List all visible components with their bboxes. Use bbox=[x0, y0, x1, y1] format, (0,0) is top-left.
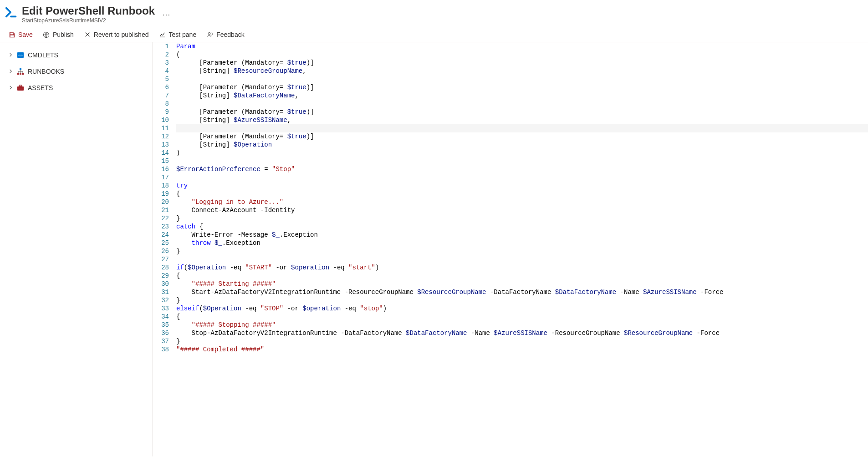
line-number: 17 bbox=[153, 173, 169, 182]
code-editor[interactable]: 1234567891011121314151617181920212223242… bbox=[153, 42, 868, 456]
line-number: 28 bbox=[153, 263, 169, 272]
code-line[interactable] bbox=[176, 173, 868, 182]
code-line[interactable]: Stop-AzDataFactoryV2IntegrationRuntime -… bbox=[176, 329, 868, 337]
code-line[interactable]: throw $_.Exception bbox=[176, 239, 868, 247]
code-line[interactable]: { bbox=[176, 190, 868, 198]
code-line[interactable]: Write-Error -Message $_.Exception bbox=[176, 231, 868, 239]
line-number: 7 bbox=[153, 91, 169, 100]
revert-button[interactable]: Revert to published bbox=[84, 31, 149, 38]
page-header: Edit PowerShell Runbook StartStopAzureSs… bbox=[0, 0, 868, 27]
line-number: 38 bbox=[153, 345, 169, 354]
save-icon bbox=[8, 31, 15, 38]
feedback-button[interactable]: Feedback bbox=[206, 31, 244, 38]
line-number: 37 bbox=[153, 337, 169, 345]
code-line[interactable]: [String] $DataFactoryName, bbox=[176, 91, 868, 100]
code-line[interactable]: "##### Stopping #####" bbox=[176, 321, 868, 329]
line-number: 36 bbox=[153, 329, 169, 337]
line-number: 22 bbox=[153, 214, 169, 223]
publish-label: Publish bbox=[53, 31, 74, 38]
code-line[interactable] bbox=[176, 255, 868, 263]
code-line[interactable]: elseif($Operation -eq "STOP" -or $operat… bbox=[176, 304, 868, 313]
line-number: 33 bbox=[153, 304, 169, 313]
command-bar: Save Publish Revert to published Test pa… bbox=[0, 27, 868, 42]
test-pane-label: Test pane bbox=[168, 31, 196, 38]
code-line[interactable]: "##### Starting #####" bbox=[176, 280, 868, 288]
code-line[interactable] bbox=[176, 157, 868, 165]
code-line[interactable]: Param bbox=[176, 42, 868, 51]
line-number: 18 bbox=[153, 182, 169, 190]
chevron-right-icon bbox=[8, 52, 13, 59]
powershell-icon bbox=[5, 5, 18, 19]
line-gutter: 1234567891011121314151617181920212223242… bbox=[153, 42, 176, 456]
test-pane-button[interactable]: Test pane bbox=[158, 31, 196, 38]
line-number: 6 bbox=[153, 83, 169, 91]
svg-rect-11 bbox=[17, 88, 24, 88]
code-line[interactable]: ( bbox=[176, 51, 868, 59]
code-line[interactable]: if($Operation -eq "START" -or $operation… bbox=[176, 263, 868, 272]
body: </> CMDLETS RUNBOOKS ASSETS 123456789101… bbox=[0, 42, 868, 456]
code-line[interactable] bbox=[176, 124, 868, 132]
globe-icon bbox=[43, 31, 50, 38]
svg-rect-8 bbox=[22, 73, 24, 75]
line-number: 8 bbox=[153, 100, 169, 108]
revert-label: Revert to published bbox=[94, 31, 149, 38]
code-line[interactable]: [Parameter (Mandatory= $true)] bbox=[176, 132, 868, 141]
line-number: 10 bbox=[153, 116, 169, 124]
code-line[interactable]: $ErrorActionPreference = "Stop" bbox=[176, 165, 868, 173]
svg-rect-5 bbox=[20, 68, 21, 70]
chart-icon bbox=[158, 31, 166, 38]
sidebar-item-cmdlets[interactable]: </> CMDLETS bbox=[0, 47, 152, 63]
code-line[interactable]: { bbox=[176, 272, 868, 280]
code-line[interactable]: { bbox=[176, 313, 868, 321]
code-line[interactable]: [Parameter (Mandatory= $true)] bbox=[176, 59, 868, 67]
close-icon bbox=[84, 31, 91, 38]
sidebar-item-assets[interactable]: ASSETS bbox=[0, 80, 152, 96]
cmdlets-icon: </> bbox=[17, 51, 24, 59]
code-line[interactable]: } bbox=[176, 214, 868, 223]
feedback-icon bbox=[206, 31, 214, 38]
line-number: 14 bbox=[153, 149, 169, 157]
line-number: 21 bbox=[153, 206, 169, 214]
code-line[interactable] bbox=[176, 100, 868, 108]
code-content[interactable]: Param( [Parameter (Mandatory= $true)] [S… bbox=[176, 42, 868, 456]
line-number: 12 bbox=[153, 132, 169, 141]
line-number: 1 bbox=[153, 42, 169, 51]
code-line[interactable] bbox=[176, 75, 868, 83]
sidebar-item-runbooks[interactable]: RUNBOOKS bbox=[0, 63, 152, 80]
chevron-right-icon bbox=[8, 85, 13, 91]
line-number: 25 bbox=[153, 239, 169, 247]
more-menu-button[interactable]: … bbox=[162, 8, 169, 18]
code-line[interactable]: "##### Completed #####" bbox=[176, 345, 868, 354]
code-line[interactable]: "Logging in to Azure..." bbox=[176, 198, 868, 206]
code-line[interactable]: [String] $ResourceGroupName, bbox=[176, 67, 868, 75]
code-line[interactable]: ) bbox=[176, 149, 868, 157]
line-number: 31 bbox=[153, 288, 169, 296]
line-number: 15 bbox=[153, 157, 169, 165]
code-line[interactable]: Start-AzDataFactoryV2IntegrationRuntime … bbox=[176, 288, 868, 296]
svg-rect-6 bbox=[17, 73, 19, 75]
code-line[interactable]: try bbox=[176, 182, 868, 190]
code-line[interactable]: catch { bbox=[176, 223, 868, 231]
code-line[interactable]: [String] $Operation bbox=[176, 141, 868, 149]
code-line[interactable]: } bbox=[176, 337, 868, 345]
line-number: 24 bbox=[153, 231, 169, 239]
sidebar-item-label: RUNBOOKS bbox=[28, 68, 64, 75]
code-line[interactable]: } bbox=[176, 247, 868, 255]
line-number: 29 bbox=[153, 272, 169, 280]
code-line[interactable]: [Parameter (Mandatory= $true)] bbox=[176, 108, 868, 116]
line-number: 9 bbox=[153, 108, 169, 116]
code-line[interactable]: [String] $AzureSSISName, bbox=[176, 116, 868, 124]
code-line[interactable]: } bbox=[176, 296, 868, 304]
svg-rect-7 bbox=[20, 73, 21, 75]
svg-point-2 bbox=[208, 32, 210, 35]
svg-rect-9 bbox=[17, 86, 24, 91]
save-button[interactable]: Save bbox=[8, 31, 33, 38]
page-title: Edit PowerShell Runbook bbox=[22, 5, 155, 17]
code-line[interactable]: Connect-AzAccount -Identity bbox=[176, 206, 868, 214]
line-number: 13 bbox=[153, 141, 169, 149]
chevron-right-icon bbox=[8, 68, 13, 75]
line-number: 3 bbox=[153, 59, 169, 67]
code-line[interactable]: [Parameter (Mandatory= $true)] bbox=[176, 83, 868, 91]
publish-button[interactable]: Publish bbox=[43, 31, 74, 38]
sidebar: </> CMDLETS RUNBOOKS ASSETS bbox=[0, 42, 153, 456]
